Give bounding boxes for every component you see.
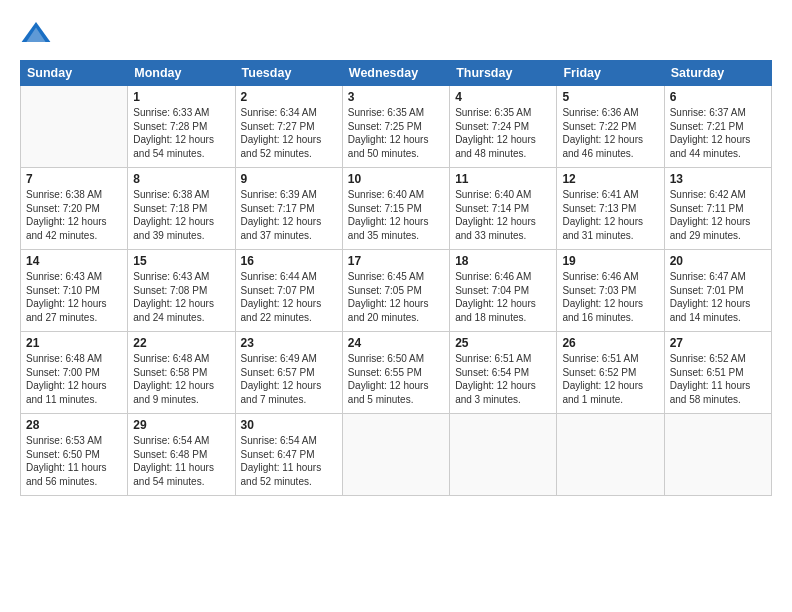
day-number: 13	[670, 172, 766, 186]
day-number: 29	[133, 418, 229, 432]
day-number: 28	[26, 418, 122, 432]
day-number: 1	[133, 90, 229, 104]
day-number: 10	[348, 172, 444, 186]
day-info: Sunrise: 6:51 AM Sunset: 6:54 PM Dayligh…	[455, 352, 551, 406]
calendar-cell: 17Sunrise: 6:45 AM Sunset: 7:05 PM Dayli…	[342, 250, 449, 332]
day-number: 5	[562, 90, 658, 104]
calendar-cell: 11Sunrise: 6:40 AM Sunset: 7:14 PM Dayli…	[450, 168, 557, 250]
day-info: Sunrise: 6:54 AM Sunset: 6:47 PM Dayligh…	[241, 434, 337, 488]
weekday-header-friday: Friday	[557, 61, 664, 86]
week-row-2: 7Sunrise: 6:38 AM Sunset: 7:20 PM Daylig…	[21, 168, 772, 250]
day-info: Sunrise: 6:42 AM Sunset: 7:11 PM Dayligh…	[670, 188, 766, 242]
day-info: Sunrise: 6:38 AM Sunset: 7:20 PM Dayligh…	[26, 188, 122, 242]
day-info: Sunrise: 6:50 AM Sunset: 6:55 PM Dayligh…	[348, 352, 444, 406]
calendar-cell: 3Sunrise: 6:35 AM Sunset: 7:25 PM Daylig…	[342, 86, 449, 168]
week-row-1: 1Sunrise: 6:33 AM Sunset: 7:28 PM Daylig…	[21, 86, 772, 168]
day-info: Sunrise: 6:33 AM Sunset: 7:28 PM Dayligh…	[133, 106, 229, 160]
day-info: Sunrise: 6:39 AM Sunset: 7:17 PM Dayligh…	[241, 188, 337, 242]
weekday-header-wednesday: Wednesday	[342, 61, 449, 86]
calendar-cell: 24Sunrise: 6:50 AM Sunset: 6:55 PM Dayli…	[342, 332, 449, 414]
calendar-cell: 27Sunrise: 6:52 AM Sunset: 6:51 PM Dayli…	[664, 332, 771, 414]
day-number: 19	[562, 254, 658, 268]
day-number: 3	[348, 90, 444, 104]
calendar-cell: 26Sunrise: 6:51 AM Sunset: 6:52 PM Dayli…	[557, 332, 664, 414]
day-info: Sunrise: 6:43 AM Sunset: 7:08 PM Dayligh…	[133, 270, 229, 324]
day-number: 12	[562, 172, 658, 186]
day-info: Sunrise: 6:40 AM Sunset: 7:14 PM Dayligh…	[455, 188, 551, 242]
day-number: 15	[133, 254, 229, 268]
day-info: Sunrise: 6:35 AM Sunset: 7:25 PM Dayligh…	[348, 106, 444, 160]
calendar-cell: 2Sunrise: 6:34 AM Sunset: 7:27 PM Daylig…	[235, 86, 342, 168]
day-info: Sunrise: 6:46 AM Sunset: 7:04 PM Dayligh…	[455, 270, 551, 324]
calendar-cell: 20Sunrise: 6:47 AM Sunset: 7:01 PM Dayli…	[664, 250, 771, 332]
calendar-cell: 29Sunrise: 6:54 AM Sunset: 6:48 PM Dayli…	[128, 414, 235, 496]
day-number: 2	[241, 90, 337, 104]
calendar-cell: 1Sunrise: 6:33 AM Sunset: 7:28 PM Daylig…	[128, 86, 235, 168]
day-info: Sunrise: 6:37 AM Sunset: 7:21 PM Dayligh…	[670, 106, 766, 160]
day-number: 7	[26, 172, 122, 186]
day-number: 25	[455, 336, 551, 350]
calendar-cell: 30Sunrise: 6:54 AM Sunset: 6:47 PM Dayli…	[235, 414, 342, 496]
day-number: 8	[133, 172, 229, 186]
day-number: 22	[133, 336, 229, 350]
week-row-5: 28Sunrise: 6:53 AM Sunset: 6:50 PM Dayli…	[21, 414, 772, 496]
day-info: Sunrise: 6:54 AM Sunset: 6:48 PM Dayligh…	[133, 434, 229, 488]
calendar-cell: 25Sunrise: 6:51 AM Sunset: 6:54 PM Dayli…	[450, 332, 557, 414]
calendar-cell: 19Sunrise: 6:46 AM Sunset: 7:03 PM Dayli…	[557, 250, 664, 332]
day-info: Sunrise: 6:47 AM Sunset: 7:01 PM Dayligh…	[670, 270, 766, 324]
weekday-header-row: SundayMondayTuesdayWednesdayThursdayFrid…	[21, 61, 772, 86]
calendar: SundayMondayTuesdayWednesdayThursdayFrid…	[20, 60, 772, 496]
calendar-cell	[342, 414, 449, 496]
weekday-header-sunday: Sunday	[21, 61, 128, 86]
day-info: Sunrise: 6:41 AM Sunset: 7:13 PM Dayligh…	[562, 188, 658, 242]
day-info: Sunrise: 6:34 AM Sunset: 7:27 PM Dayligh…	[241, 106, 337, 160]
calendar-cell: 5Sunrise: 6:36 AM Sunset: 7:22 PM Daylig…	[557, 86, 664, 168]
calendar-cell: 28Sunrise: 6:53 AM Sunset: 6:50 PM Dayli…	[21, 414, 128, 496]
day-number: 23	[241, 336, 337, 350]
logo	[20, 18, 56, 50]
day-info: Sunrise: 6:53 AM Sunset: 6:50 PM Dayligh…	[26, 434, 122, 488]
weekday-header-monday: Monday	[128, 61, 235, 86]
day-info: Sunrise: 6:48 AM Sunset: 6:58 PM Dayligh…	[133, 352, 229, 406]
day-info: Sunrise: 6:44 AM Sunset: 7:07 PM Dayligh…	[241, 270, 337, 324]
day-info: Sunrise: 6:45 AM Sunset: 7:05 PM Dayligh…	[348, 270, 444, 324]
logo-icon	[20, 18, 52, 50]
calendar-cell: 6Sunrise: 6:37 AM Sunset: 7:21 PM Daylig…	[664, 86, 771, 168]
calendar-cell	[557, 414, 664, 496]
day-info: Sunrise: 6:38 AM Sunset: 7:18 PM Dayligh…	[133, 188, 229, 242]
day-number: 21	[26, 336, 122, 350]
day-info: Sunrise: 6:43 AM Sunset: 7:10 PM Dayligh…	[26, 270, 122, 324]
day-number: 30	[241, 418, 337, 432]
calendar-cell: 22Sunrise: 6:48 AM Sunset: 6:58 PM Dayli…	[128, 332, 235, 414]
calendar-cell: 8Sunrise: 6:38 AM Sunset: 7:18 PM Daylig…	[128, 168, 235, 250]
calendar-cell: 10Sunrise: 6:40 AM Sunset: 7:15 PM Dayli…	[342, 168, 449, 250]
weekday-header-tuesday: Tuesday	[235, 61, 342, 86]
day-number: 4	[455, 90, 551, 104]
day-number: 24	[348, 336, 444, 350]
day-info: Sunrise: 6:51 AM Sunset: 6:52 PM Dayligh…	[562, 352, 658, 406]
day-number: 11	[455, 172, 551, 186]
day-number: 18	[455, 254, 551, 268]
week-row-4: 21Sunrise: 6:48 AM Sunset: 7:00 PM Dayli…	[21, 332, 772, 414]
weekday-header-saturday: Saturday	[664, 61, 771, 86]
day-info: Sunrise: 6:36 AM Sunset: 7:22 PM Dayligh…	[562, 106, 658, 160]
day-info: Sunrise: 6:52 AM Sunset: 6:51 PM Dayligh…	[670, 352, 766, 406]
calendar-cell: 12Sunrise: 6:41 AM Sunset: 7:13 PM Dayli…	[557, 168, 664, 250]
day-number: 6	[670, 90, 766, 104]
calendar-cell: 14Sunrise: 6:43 AM Sunset: 7:10 PM Dayli…	[21, 250, 128, 332]
day-number: 27	[670, 336, 766, 350]
calendar-cell	[450, 414, 557, 496]
day-number: 9	[241, 172, 337, 186]
day-info: Sunrise: 6:40 AM Sunset: 7:15 PM Dayligh…	[348, 188, 444, 242]
calendar-cell: 13Sunrise: 6:42 AM Sunset: 7:11 PM Dayli…	[664, 168, 771, 250]
calendar-cell: 23Sunrise: 6:49 AM Sunset: 6:57 PM Dayli…	[235, 332, 342, 414]
day-number: 20	[670, 254, 766, 268]
day-info: Sunrise: 6:49 AM Sunset: 6:57 PM Dayligh…	[241, 352, 337, 406]
day-number: 16	[241, 254, 337, 268]
calendar-cell: 7Sunrise: 6:38 AM Sunset: 7:20 PM Daylig…	[21, 168, 128, 250]
day-number: 17	[348, 254, 444, 268]
day-info: Sunrise: 6:35 AM Sunset: 7:24 PM Dayligh…	[455, 106, 551, 160]
week-row-3: 14Sunrise: 6:43 AM Sunset: 7:10 PM Dayli…	[21, 250, 772, 332]
calendar-cell: 4Sunrise: 6:35 AM Sunset: 7:24 PM Daylig…	[450, 86, 557, 168]
day-info: Sunrise: 6:48 AM Sunset: 7:00 PM Dayligh…	[26, 352, 122, 406]
